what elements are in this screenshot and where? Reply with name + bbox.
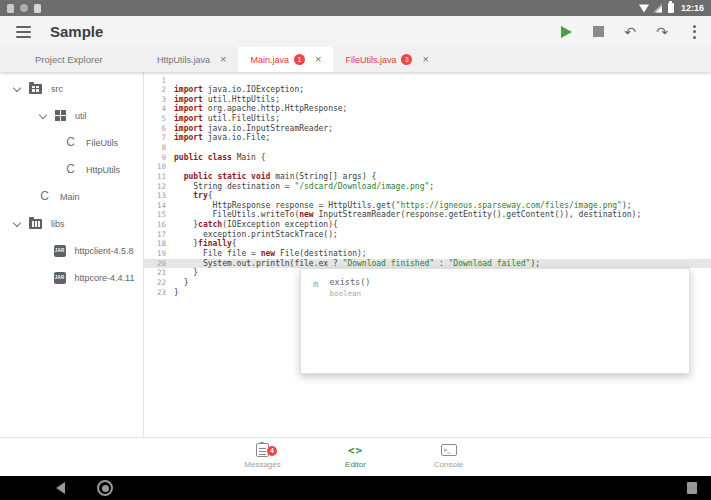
chevron-down-icon[interactable]	[12, 87, 21, 91]
line-number: 14	[144, 201, 174, 211]
run-button[interactable]	[559, 23, 573, 41]
code-text: }	[174, 268, 198, 278]
line-number: 23	[144, 288, 174, 298]
tree-item-FileUtils[interactable]: CFileUtils	[0, 129, 143, 156]
home-icon[interactable]	[97, 480, 113, 496]
battery-icon	[668, 3, 674, 13]
code-line[interactable]: 3import util.HttpUtils;	[144, 95, 711, 105]
autocomplete-suggestion[interactable]: exists() boolean	[329, 277, 370, 298]
cell-signal-icon	[653, 4, 662, 13]
autocomplete-popup[interactable]: m exists() boolean	[300, 268, 690, 374]
tree-item-httpclient-4.5.8[interactable]: JARhttpclient-4.5.8	[0, 237, 143, 264]
bottom-nav-iconwrap: 4	[256, 442, 269, 458]
chevron-down-icon[interactable]	[12, 222, 21, 226]
editor-tabs: HttpUtils.java×Main.java1×FileUtils.java…	[145, 47, 441, 72]
tree-item-HttpUtils[interactable]: CHttpUtils	[0, 156, 143, 183]
bottom-nav-messages[interactable]: 4Messages	[216, 438, 309, 476]
code-text: FileUtils.writeTo(new InputStreamReader(…	[174, 210, 641, 220]
bottom-nav-iconwrap: <>	[348, 442, 363, 458]
undo-button[interactable]: ↶	[623, 23, 637, 41]
error-count-badge: 1	[294, 54, 305, 65]
code-text: import util.HttpUtils;	[174, 95, 280, 105]
package-icon	[55, 110, 66, 121]
chevron-down-icon[interactable]	[38, 114, 47, 118]
redo-button[interactable]: ↷	[655, 23, 669, 41]
tree-item-httpcore-4.4.11[interactable]: JARhttpcore-4.4.11	[0, 264, 143, 291]
close-icon[interactable]: ×	[220, 54, 226, 65]
autocomplete-method-name[interactable]: exists()	[329, 277, 370, 287]
code-line[interactable]: 11 public static void main(String[] args…	[144, 172, 711, 182]
line-number: 22	[144, 278, 174, 288]
tree-item-label: HttpUtils	[86, 165, 120, 175]
status-bar: 12:16	[0, 0, 711, 16]
bottom-nav-editor[interactable]: <>Editor	[309, 438, 402, 476]
code-line[interactable]: 15 FileUtils.writeTo(new InputStreamRead…	[144, 210, 711, 220]
tree-item-label: FileUtils	[86, 138, 118, 148]
close-icon[interactable]: ×	[315, 54, 321, 65]
tree-item-src[interactable]: src	[0, 75, 143, 102]
more-vert-icon	[693, 25, 696, 39]
code-text: import org.apache.http.HttpResponse;	[174, 104, 347, 114]
tab-FileUtils.java[interactable]: FileUtils.java3×	[333, 47, 440, 72]
jar-icon: JAR	[54, 245, 66, 257]
code-line[interactable]: 19 File file = new File(destination);	[144, 249, 711, 259]
code-text: HttpResponse response = HttpUtils.get("h…	[174, 201, 632, 211]
bottom-nav-label: Editor	[345, 460, 366, 469]
line-number: 4	[144, 104, 174, 114]
line-number: 20	[144, 259, 174, 269]
back-icon[interactable]	[56, 482, 65, 494]
tab-label: Main.java	[250, 55, 289, 65]
autocomplete-return-type: boolean	[329, 289, 370, 298]
line-number: 17	[144, 230, 174, 240]
tree-item-util[interactable]: util	[0, 102, 143, 129]
recents-icon[interactable]	[687, 482, 697, 494]
code-line[interactable]: 2import java.io.IOException;	[144, 85, 711, 95]
bottom-nav-label: Messages	[244, 460, 280, 469]
status-notification-icons	[7, 4, 41, 13]
stop-button[interactable]	[591, 23, 605, 41]
tab-label: HttpUtils.java	[157, 55, 210, 65]
line-number: 13	[144, 191, 174, 201]
close-icon[interactable]: ×	[422, 54, 428, 65]
code-line[interactable]: 5import util.FileUtils;	[144, 114, 711, 124]
line-number: 15	[144, 210, 174, 220]
app-toolbar: Sample ↶ ↷	[0, 16, 711, 47]
code-line[interactable]: 12 String destination = "/sdcard/Downloa…	[144, 182, 711, 192]
code-text: try{	[174, 191, 213, 201]
code-text: exception.printStackTrace();	[174, 230, 338, 240]
code-line[interactable]: 10	[144, 162, 711, 172]
tree-item-libs[interactable]: libs	[0, 210, 143, 237]
code-line[interactable]: 8	[144, 143, 711, 153]
code-text: public class Main {	[174, 153, 266, 163]
code-line[interactable]: 9public class Main {	[144, 153, 711, 163]
code-line[interactable]: 14 HttpResponse response = HttpUtils.get…	[144, 201, 711, 211]
code-line[interactable]: 1	[144, 76, 711, 86]
code-text: import java.io.IOException;	[174, 85, 304, 95]
project-explorer-panel: srcutilCFileUtilsCHttpUtilsCMainlibsJARh…	[0, 72, 144, 437]
bottom-nav-console[interactable]: >_Console	[402, 438, 495, 476]
code-line[interactable]: 7import java.io.File;	[144, 133, 711, 143]
line-number: 2	[144, 85, 174, 95]
code-line[interactable]: 6import java.io.InputStreamReader;	[144, 124, 711, 134]
code-line[interactable]: 17 exception.printStackTrace();	[144, 230, 711, 240]
code-editor[interactable]: 12import java.io.IOException;3import uti…	[144, 72, 711, 437]
menu-icon[interactable]	[14, 22, 33, 42]
messages-count-badge: 4	[267, 439, 277, 457]
code-line[interactable]: 4import org.apache.http.HttpResponse;	[144, 104, 711, 114]
overflow-menu-button[interactable]	[687, 23, 701, 41]
line-number: 9	[144, 153, 174, 163]
code-line[interactable]: 13 try{	[144, 191, 711, 201]
code-text: }finally{	[174, 239, 237, 249]
tab-Main.java[interactable]: Main.java1×	[238, 47, 333, 72]
code-line[interactable]: 16 }catch(IOException exception){	[144, 220, 711, 230]
line-number: 21	[144, 268, 174, 278]
code-text: File file = new File(destination);	[174, 249, 367, 259]
code-line[interactable]: 18 }finally{	[144, 239, 711, 249]
code-lines: 12import java.io.IOException;3import uti…	[144, 72, 711, 297]
status-time: 12:16	[681, 3, 704, 13]
line-number: 1	[144, 76, 174, 86]
code-text: }catch(IOException exception){	[174, 220, 338, 230]
tab-HttpUtils.java[interactable]: HttpUtils.java×	[145, 47, 238, 72]
tree-item-Main[interactable]: CMain	[0, 183, 143, 210]
code-line[interactable]: 20 System.out.println(file.ex ? "Downloa…	[144, 259, 711, 269]
